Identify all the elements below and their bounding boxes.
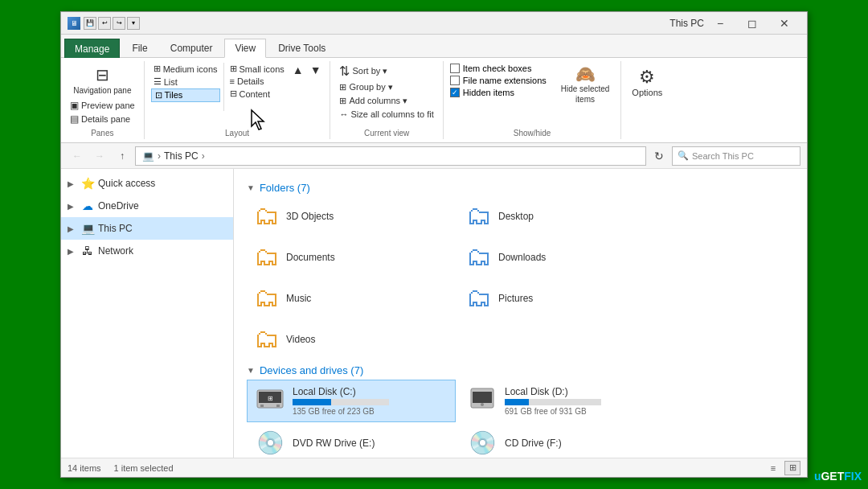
folder-music-label: Music [286, 293, 311, 304]
folder-music[interactable]: 🗂 Music [247, 279, 456, 317]
small-icons-button[interactable]: ⊞ Small icons [227, 63, 287, 75]
sidebar-item-onedrive[interactable]: ▶ ☁ OneDrive [61, 195, 233, 217]
forward-button[interactable]: → [90, 146, 109, 166]
item-check-boxes-label: Item check boxes [463, 64, 532, 73]
title-bar-left: 🖥 💾 ↩ ↪ ▾ [68, 17, 663, 30]
show-hide-label: Show/hide [514, 125, 551, 138]
panes-buttons: ⊟ Navigation pane ▣ Preview pane ▤ Detai… [68, 63, 137, 125]
folder-downloads-icon: 🗂 [466, 242, 492, 272]
tiles-view-toggle[interactable]: ⊞ [784, 461, 800, 475]
drive-d-progress [505, 399, 601, 405]
svg-rect-3 [276, 405, 280, 407]
drive-c-icon: ⊞ [254, 384, 286, 418]
search-box[interactable]: 🔍 Search This PC [672, 146, 800, 166]
sidebar-item-this-pc[interactable]: ▶ 💻 This PC [61, 217, 233, 240]
qs-save-btn[interactable]: 💾 [84, 17, 96, 30]
drive-d[interactable]: Local Disk (D:) 691 GB free of 931 GB [459, 380, 668, 422]
network-icon: 🖧 [80, 244, 95, 257]
drive-e[interactable]: 💿 DVD RW Drive (E:) [247, 425, 456, 458]
details-button[interactable]: ≡ Details [227, 76, 287, 87]
view-toggles: ≡ ⊞ [765, 461, 800, 475]
navigation-pane-button[interactable]: ⊟ Navigation pane [68, 63, 137, 98]
close-button[interactable]: ✕ [768, 12, 800, 35]
tab-drive-tools[interactable]: Drive Tools [268, 38, 336, 57]
drive-f[interactable]: 💿 CD Drive (F:) [459, 425, 668, 458]
tab-computer[interactable]: Computer [160, 38, 223, 57]
content-button[interactable]: ⊟ Content [227, 88, 287, 100]
list-button[interactable]: ☰ List [151, 76, 220, 88]
item-check-boxes-cb[interactable] [450, 64, 460, 73]
minimize-button[interactable]: − [704, 12, 736, 35]
address-path[interactable]: 💻 › This PC › [135, 146, 646, 166]
content-label: Content [240, 89, 271, 99]
drive-c[interactable]: ⊞ Local Disk (C:) 135 GB free of 223 GB [247, 380, 456, 422]
drive-c-progress [293, 399, 389, 405]
main-content: ▶ ⭐ Quick access ▶ ☁ OneDrive ▶ 💻 This P… [61, 169, 807, 458]
folder-videos-icon: 🗂 [254, 324, 280, 354]
ribbon-group-panes: ⊟ Navigation pane ▣ Preview pane ▤ Detai… [61, 61, 145, 139]
folder-pictures[interactable]: 🗂 Pictures [459, 279, 668, 317]
watermark: uGETFIX [814, 470, 862, 483]
layout-arrow-down[interactable]: ▼ [308, 63, 324, 77]
medium-icons-button[interactable]: ⊞ Medium icons [151, 63, 220, 75]
window-title: This PC [669, 18, 704, 29]
folder-pictures-icon: 🗂 [466, 283, 492, 313]
group-by-button[interactable]: ⊞ Group by ▾ [337, 81, 395, 93]
layout-label: Layout [225, 125, 249, 138]
folders-section-header[interactable]: ▼ Folders (7) [247, 182, 794, 194]
folder-3d-objects[interactable]: 🗂 3D Objects [247, 197, 456, 235]
back-button[interactable]: ← [68, 146, 87, 166]
folder-desktop[interactable]: 🗂 Desktop [459, 197, 668, 235]
hidden-items-row[interactable]: ✓ Hidden items [450, 87, 547, 98]
search-placeholder: Search This PC [692, 151, 754, 161]
tab-manage[interactable]: Manage [64, 39, 120, 58]
qs-undo-btn[interactable]: ↩ [98, 17, 111, 30]
network-label: Network [98, 245, 133, 257]
ribbon-tabs: Manage File Computer View Drive Tools [61, 35, 807, 57]
details-pane-button[interactable]: ▤ Details pane [68, 113, 137, 125]
folder-downloads-label: Downloads [498, 252, 546, 263]
expand-icon-network: ▶ [68, 247, 77, 256]
file-name-extensions-row[interactable]: File name extensions [450, 75, 547, 86]
tab-file[interactable]: File [121, 38, 158, 57]
onedrive-label: OneDrive [98, 200, 139, 212]
file-name-extensions-cb[interactable] [450, 76, 460, 85]
qs-down-btn[interactable]: ▾ [127, 17, 140, 30]
add-columns-button[interactable]: ⊞ Add columns ▾ [337, 95, 410, 107]
quick-access-toolbar: 💾 ↩ ↪ ▾ [84, 17, 140, 30]
tab-view[interactable]: View [224, 39, 266, 58]
add-columns-label: Add columns ▾ [349, 96, 407, 106]
hide-selected-icon: 🙈 [575, 64, 596, 84]
folder-videos[interactable]: 🗂 Videos [247, 320, 456, 358]
tiles-button[interactable]: ⊡ Tiles [151, 88, 220, 102]
folder-downloads[interactable]: 🗂 Downloads [459, 238, 668, 276]
sidebar-item-network[interactable]: ▶ 🖧 Network [61, 240, 233, 262]
up-button[interactable]: ↑ [113, 146, 132, 166]
options-button[interactable]: ⚙ Options [628, 63, 666, 101]
layout-arrow-up[interactable]: ▲ [290, 63, 306, 77]
preview-pane-button[interactable]: ▣ Preview pane [68, 99, 137, 112]
drive-f-name: CD Drive (F:) [505, 438, 562, 449]
list-icon: ☰ [154, 76, 162, 87]
drive-d-bar [505, 399, 529, 405]
ribbon-group-layout: ⊞ Medium icons ☰ List ⊡ Tiles [145, 61, 331, 139]
medium-icons-label: Medium icons [163, 64, 218, 74]
maximize-button[interactable]: ◻ [736, 12, 768, 35]
qs-redo-btn[interactable]: ↪ [113, 17, 125, 30]
refresh-button[interactable]: ↻ [649, 146, 669, 166]
item-check-boxes-row[interactable]: Item check boxes [450, 63, 547, 74]
details-view-toggle[interactable]: ≡ [765, 461, 781, 475]
sidebar-item-quick-access[interactable]: ▶ ⭐ Quick access [61, 172, 233, 195]
drive-c-name: Local Disk (C:) [293, 386, 389, 397]
drive-e-name: DVD RW Drive (E:) [293, 438, 375, 449]
details-label: Details [237, 76, 264, 86]
folder-desktop-icon: 🗂 [466, 201, 492, 231]
sort-by-button[interactable]: ⇅ Sort by ▾ [337, 63, 390, 80]
devices-section-header[interactable]: ▼ Devices and drives (7) [247, 364, 794, 376]
hide-selected-items-button[interactable]: 🙈 Hide selecteditems [556, 63, 615, 106]
medium-icons-icon: ⊞ [154, 64, 161, 74]
size-all-columns-button[interactable]: ↔ Size all columns to fit [337, 109, 436, 120]
folder-documents[interactable]: 🗂 Documents [247, 238, 456, 276]
hidden-items-cb[interactable]: ✓ [450, 88, 460, 97]
folders-header-label: Folders (7) [260, 182, 310, 194]
